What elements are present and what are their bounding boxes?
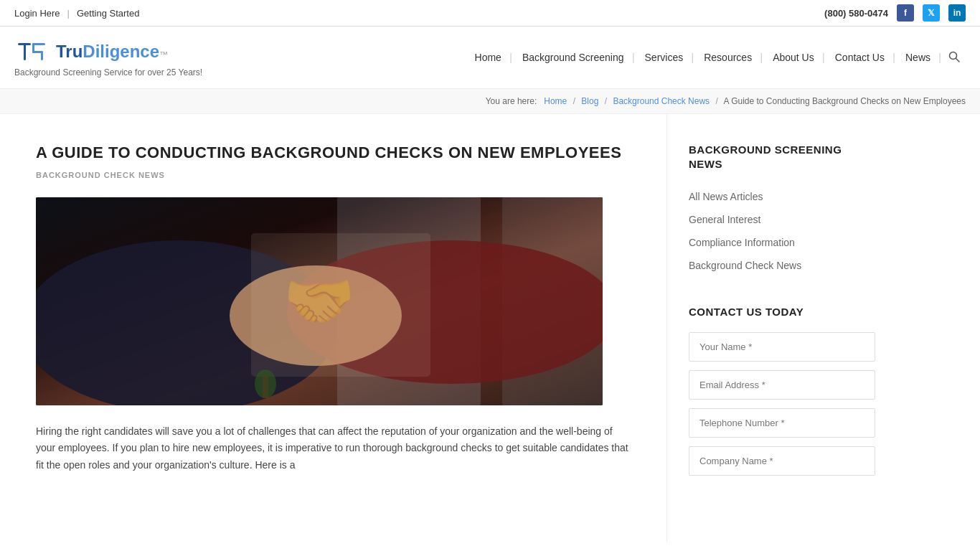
link-general-interest[interactable]: General Interest <box>689 208 875 231</box>
svg-rect-1 <box>24 43 26 60</box>
logo-area[interactable]: TruDiligence™ Background Screening Servi… <box>14 37 202 77</box>
link-all-news[interactable]: All News Articles <box>689 185 875 208</box>
sidebar-contact-section: CONTACT US TODAY <box>689 306 875 484</box>
facebook-icon[interactable]: f <box>897 4 914 22</box>
nav-about-us[interactable]: About Us <box>764 46 823 69</box>
main-content: A GUIDE TO CONDUCTING BACKGROUND CHECKS … <box>0 114 667 542</box>
nav-background-screening[interactable]: Background Screening <box>514 46 633 69</box>
breadcrumb-sep1: / <box>573 96 575 106</box>
top-bar: Login Here | Getting Started (800) 580-0… <box>0 0 980 27</box>
nav-news[interactable]: News <box>897 46 939 69</box>
main-nav: Home Background Screening Services Resou… <box>466 45 966 70</box>
link-compliance-info[interactable]: Compliance Information <box>689 231 875 254</box>
top-bar-separator: | <box>67 8 70 19</box>
logo-tagline: Background Screening Service for over 25… <box>14 67 202 77</box>
sidebar-news-section: BACKGROUND SCREENING NEWS All News Artic… <box>689 143 875 277</box>
logo-text: TruDiligence™ <box>56 42 168 62</box>
nav-services[interactable]: Services <box>636 46 692 69</box>
breadcrumb-home[interactable]: Home <box>544 96 567 106</box>
svg-rect-16 <box>263 377 268 398</box>
top-bar-left: Login Here | Getting Started <box>14 8 139 19</box>
phone-number: (800) 580-0474 <box>824 8 888 19</box>
input-email-address[interactable] <box>689 370 875 400</box>
contact-form-title: CONTACT US TODAY <box>689 306 875 318</box>
sidebar-news-title: BACKGROUND SCREENING NEWS <box>689 143 875 171</box>
svg-rect-14 <box>251 233 430 377</box>
article-body: Hiring the right candidates will save yo… <box>36 423 631 474</box>
breadcrumb-current: A Guide to Conducting Background Checks … <box>723 96 966 106</box>
breadcrumb-background-check-news[interactable]: Background Check News <box>613 96 710 106</box>
logo-icon <box>14 37 50 66</box>
svg-line-7 <box>956 58 960 62</box>
breadcrumb: You are here: Home / Blog / Background C… <box>0 89 980 114</box>
breadcrumb-blog[interactable]: Blog <box>581 96 598 106</box>
link-background-check-news[interactable]: Background Check News <box>689 254 875 277</box>
input-telephone-number[interactable] <box>689 408 875 438</box>
input-company-name[interactable] <box>689 446 875 476</box>
content-wrapper: A GUIDE TO CONDUCTING BACKGROUND CHECKS … <box>0 114 980 542</box>
search-icon[interactable] <box>943 45 966 70</box>
article-category: BACKGROUND CHECK NEWS <box>36 171 631 179</box>
breadcrumb-prefix: You are here: <box>486 96 537 106</box>
breadcrumb-sep2: / <box>605 96 607 106</box>
nav-home[interactable]: Home <box>466 46 510 69</box>
logo-tru: Tru <box>56 42 83 61</box>
svg-rect-5 <box>41 51 43 60</box>
login-link[interactable]: Login Here <box>14 8 60 19</box>
top-bar-right: (800) 580-0474 f 𝕏 in <box>824 4 966 22</box>
getting-started-link[interactable]: Getting Started <box>77 8 139 19</box>
nav-contact-us[interactable]: Contact Us <box>826 46 893 69</box>
site-header: TruDiligence™ Background Screening Servi… <box>0 27 980 89</box>
nav-resources[interactable]: Resources <box>695 46 760 69</box>
twitter-icon[interactable]: 𝕏 <box>923 4 940 22</box>
article-image <box>36 197 603 405</box>
breadcrumb-sep3: / <box>715 96 717 106</box>
sidebar: BACKGROUND SCREENING NEWS All News Artic… <box>667 114 897 542</box>
input-your-name[interactable] <box>689 332 875 362</box>
logo-trademark: ™ <box>159 50 168 60</box>
logo: TruDiligence™ <box>14 37 202 66</box>
article-title: A GUIDE TO CONDUCTING BACKGROUND CHECKS … <box>36 143 631 164</box>
logo-diligence: Diligence <box>83 42 159 61</box>
linkedin-icon[interactable]: in <box>948 4 966 22</box>
